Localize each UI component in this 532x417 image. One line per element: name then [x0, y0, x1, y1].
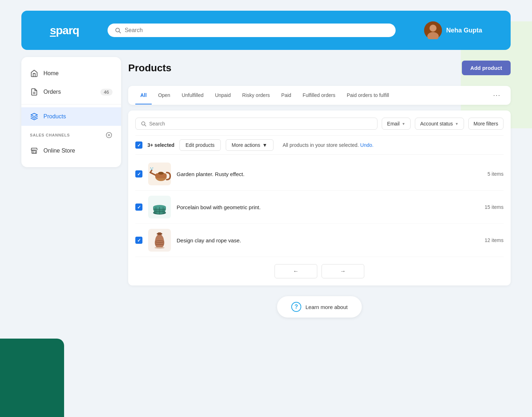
product-1-items: 5 items	[487, 171, 504, 177]
undo-button[interactable]: Undo.	[360, 142, 374, 148]
email-filter[interactable]: Email ▼	[382, 118, 411, 130]
filter-search-wrapper[interactable]	[135, 118, 377, 130]
product-2-checkbox[interactable]	[135, 204, 142, 211]
selection-info: All products in your store selected. Und…	[283, 142, 374, 148]
sidebar-item-orders[interactable]: Orders 46	[21, 83, 121, 101]
product-1-checkbox[interactable]	[135, 170, 142, 177]
svg-point-5	[430, 25, 436, 31]
svg-marker-8	[31, 113, 37, 117]
product-row: Garden planter. Rusty effect. 5 items	[135, 158, 504, 191]
search-input[interactable]	[125, 27, 388, 34]
tab-fulfilled-orders[interactable]: Fulfilled orders	[298, 87, 340, 104]
main-content: Products Add product All Open Unfulfille…	[128, 57, 511, 318]
tabs-container: All Open Unfulfilled Unpaid Risky orders…	[128, 86, 511, 105]
bg-green-decoration	[0, 339, 64, 417]
home-icon	[30, 69, 38, 78]
tab-paid-orders[interactable]: Paid orders to fulfill	[342, 87, 394, 104]
account-status-arrow: ▼	[455, 122, 459, 126]
more-actions-label: More actions	[232, 142, 260, 148]
product-search-input[interactable]	[149, 121, 372, 127]
svg-point-24	[152, 168, 153, 169]
tab-all[interactable]: All	[135, 87, 152, 104]
add-product-button[interactable]: Add product	[462, 61, 511, 75]
tab-paid[interactable]: Paid	[276, 87, 296, 104]
product-1-name: Garden planter. Rusty effect.	[177, 171, 482, 177]
tab-open[interactable]: Open	[153, 87, 175, 104]
add-sales-channel-icon[interactable]	[105, 132, 113, 139]
svg-point-22	[158, 172, 164, 175]
email-filter-arrow: ▼	[402, 122, 405, 126]
account-status-filter[interactable]: Account status ▼	[415, 118, 464, 130]
svg-point-23	[151, 169, 152, 170]
more-filters-button[interactable]: More filters	[468, 118, 504, 130]
help-icon: ?	[291, 302, 301, 312]
orders-icon	[30, 88, 38, 96]
more-actions-arrow: ▼	[262, 142, 267, 148]
account-status-label: Account status	[420, 121, 453, 127]
sales-channels-title: SALES CHANNELS	[30, 133, 70, 137]
product-3-checkbox[interactable]	[135, 237, 142, 244]
sidebar-item-products[interactable]: Products	[21, 107, 121, 126]
pagination: ← →	[135, 264, 504, 278]
search-icon	[115, 27, 121, 34]
tabs: All Open Unfulfilled Unpaid Risky orders…	[135, 86, 504, 105]
product-2-name: Porcelain bowl with geometric print.	[177, 204, 479, 210]
tab-risky-orders[interactable]: Risky orders	[237, 87, 275, 104]
email-filter-label: Email	[387, 121, 400, 127]
sidebar-item-online-store[interactable]: Online Store	[21, 141, 121, 160]
selection-bar: 3+ selected Edit products More actions ▼…	[135, 135, 504, 155]
product-3-image	[148, 229, 171, 252]
svg-point-25	[150, 168, 151, 169]
product-1-image	[148, 163, 171, 185]
tabs-more-button[interactable]: ···	[490, 86, 504, 105]
products-panel: Email ▼ Account status ▼ More filters 3+…	[128, 110, 511, 285]
selection-info-text: All products in your store selected.	[283, 142, 359, 148]
product-3-items: 12 items	[485, 237, 504, 243]
sidebar-orders-label: Orders	[43, 89, 61, 95]
svg-line-1	[119, 31, 121, 33]
product-2-image	[148, 196, 171, 218]
svg-point-37	[155, 247, 165, 249]
product-row: Design clay and rope vase. 12 items	[135, 224, 504, 257]
sidebar-item-home[interactable]: Home	[21, 64, 121, 83]
more-actions-button[interactable]: More actions ▼	[226, 139, 273, 151]
edit-products-button[interactable]: Edit products	[179, 139, 221, 151]
filter-bar: Email ▼ Account status ▼ More filters	[135, 118, 504, 130]
sidebar-products-label: Products	[43, 113, 66, 120]
logo: sparq	[50, 24, 79, 37]
filter-search-icon	[141, 121, 146, 127]
orders-badge: 46	[100, 89, 113, 96]
sidebar-divider	[21, 104, 121, 104]
product-row: Porcelain bowl with geometric print. 15 …	[135, 191, 504, 224]
store-icon	[30, 146, 38, 155]
search-bar[interactable]	[108, 24, 396, 37]
page-header: Products Add product	[128, 57, 511, 79]
svg-rect-12	[32, 150, 37, 153]
products-icon	[30, 112, 38, 121]
main-layout: Home Orders 46	[21, 57, 511, 318]
next-page-button[interactable]: →	[322, 264, 364, 278]
user-area: Neha Gupta	[424, 21, 482, 39]
tab-unpaid[interactable]: Unpaid	[210, 87, 236, 104]
prev-page-button[interactable]: ←	[275, 264, 317, 278]
sidebar: Home Orders 46	[21, 57, 121, 167]
selected-count: 3+ selected	[147, 142, 174, 148]
svg-point-36	[157, 233, 162, 235]
sales-channels-section: SALES CHANNELS	[21, 126, 121, 141]
header: sparq Neha Gupta	[21, 11, 511, 50]
sidebar-home-label: Home	[43, 70, 59, 77]
learn-more-bar: ? Learn more about	[128, 296, 511, 318]
page-title: Products	[128, 62, 171, 74]
product-2-items: 15 items	[485, 204, 504, 210]
product-3-name: Design clay and rope vase.	[177, 237, 479, 243]
tab-unfulfilled[interactable]: Unfulfilled	[177, 87, 208, 104]
learn-more-text: Learn more about	[306, 304, 348, 310]
user-name: Neha Gupta	[446, 27, 482, 34]
avatar	[424, 21, 442, 39]
select-all-checkbox[interactable]	[135, 141, 142, 149]
sidebar-online-store-label: Online Store	[43, 148, 75, 154]
svg-line-16	[145, 125, 146, 126]
learn-more-pill[interactable]: ? Learn more about	[277, 296, 362, 318]
